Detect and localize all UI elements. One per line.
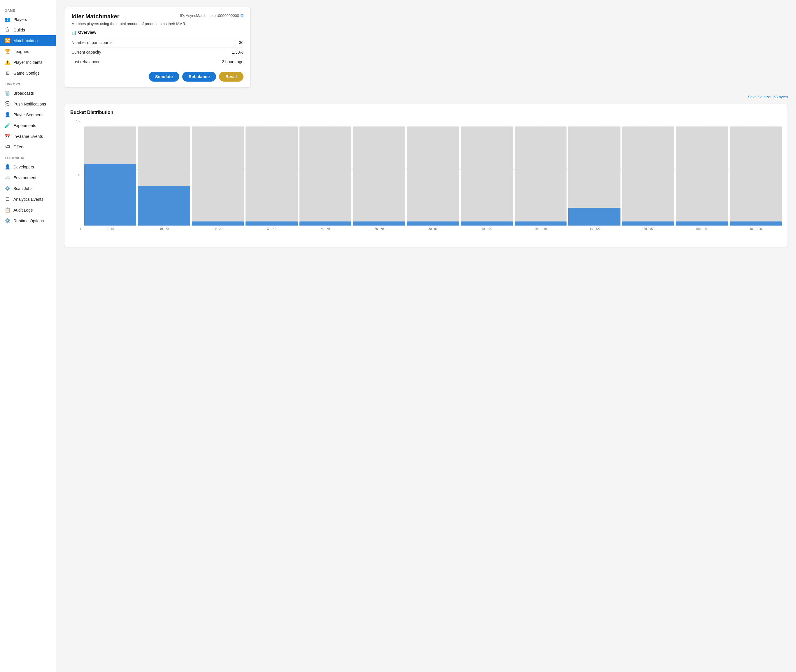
sidebar-label-scan-jobs: Scan Jobs — [13, 186, 32, 191]
sidebar-section-game: Game — [0, 5, 56, 14]
y-axis: 100 10 1 — [70, 120, 83, 230]
sidebar-icon-players: 👥 — [5, 17, 11, 22]
bar-label: 90 - 100 — [481, 227, 492, 230]
copy-id-icon[interactable]: ⧉ — [241, 13, 244, 18]
simulate-button[interactable]: Simulate — [149, 72, 179, 82]
bar-background — [192, 126, 244, 226]
sidebar-icon-guilds: 🏛 — [5, 27, 11, 33]
sidebar-label-game-configs: Game Configs — [13, 71, 39, 75]
reset-button[interactable]: Reset — [219, 72, 244, 82]
sidebar-item-environment[interactable]: ☁️ Environment — [0, 172, 56, 183]
sidebar: Game 👥 Players 🏛 Guilds 🔀 Matchmaking 🏆 … — [0, 0, 56, 672]
bar-group: 10 - 20 — [192, 126, 244, 230]
bar-foreground — [622, 221, 674, 226]
sidebar-label-guilds: Guilds — [13, 28, 25, 32]
bar-label: 110 - 120 — [588, 227, 600, 230]
sidebar-icon-player-incidents: ⚠️ — [5, 59, 11, 65]
bar-group: 10 - 20 — [138, 126, 190, 230]
sidebar-label-players: Players — [13, 17, 27, 22]
overview-row-label: Last rebalanced — [71, 59, 101, 64]
sidebar-item-audit-logs[interactable]: 📋 Audit Logs — [0, 205, 56, 215]
bar-background — [353, 126, 405, 226]
sidebar-item-analytics-events[interactable]: ☰ Analytics Events — [0, 194, 56, 205]
sidebar-item-developers[interactable]: 👤 Developers — [0, 162, 56, 172]
sidebar-item-offers[interactable]: 🏷 Offers — [0, 142, 56, 152]
bar-label: 0 - 10 — [106, 227, 114, 230]
bar-foreground — [246, 221, 297, 226]
y-label-100: 100 — [76, 120, 81, 123]
sidebar-label-developers: Developers — [13, 165, 34, 169]
sidebar-item-runtime-options[interactable]: ⚙️ Runtime Options — [0, 215, 56, 226]
sidebar-item-in-game-events[interactable]: 📅 In-Game Events — [0, 131, 56, 142]
bar-foreground — [515, 221, 567, 226]
y-label-1: 1 — [80, 227, 81, 230]
bar-group: 150 - 160 — [676, 126, 728, 230]
bar-foreground — [407, 221, 459, 226]
matchmaker-info-card: Idler Matchmaker ID: AsyncMatchmaker:000… — [64, 7, 251, 88]
bar-background — [461, 126, 513, 226]
sidebar-item-guilds[interactable]: 🏛 Guilds — [0, 25, 56, 35]
sidebar-label-broadcasts: Broadcasts — [13, 91, 34, 96]
bar-foreground — [568, 208, 620, 226]
bar-foreground — [353, 221, 405, 226]
rebalance-button[interactable]: Rebalance — [182, 72, 217, 82]
bar-foreground — [192, 221, 244, 226]
bar-background — [246, 126, 297, 226]
sidebar-label-in-game-events: In-Game Events — [13, 134, 43, 139]
sidebar-item-player-incidents[interactable]: ⚠️ Player Incidents — [0, 57, 56, 67]
save-file-size: Save file size: 63 bytes — [64, 95, 788, 99]
bar-group: 80 - 90 — [407, 126, 459, 230]
bar-foreground — [299, 221, 351, 226]
sidebar-icon-game-configs: ⊞ — [5, 70, 11, 76]
sidebar-icon-leagues: 🏆 — [5, 49, 11, 54]
y-label-10: 10 — [78, 174, 81, 177]
sidebar-item-experiments[interactable]: 🧪 Experiments — [0, 120, 56, 131]
bar-label: 100 - 110 — [534, 227, 547, 230]
overview-row: Current capacity 1.38% — [71, 47, 244, 57]
sidebar-icon-runtime-options: ⚙️ — [5, 218, 11, 224]
bar-label: 180 - 190 — [749, 227, 762, 230]
sidebar-item-push-notifications[interactable]: 💬 Push Notifications — [0, 99, 56, 109]
sidebar-item-game-configs[interactable]: ⊞ Game Configs — [0, 67, 56, 78]
overview-row-value: 2 hours ago — [222, 59, 244, 64]
overview-row: Number of participants 36 — [71, 38, 244, 47]
sidebar-icon-offers: 🏷 — [5, 144, 11, 149]
overview-row-label: Number of participants — [71, 40, 112, 45]
sidebar-icon-broadcasts: 📡 — [5, 90, 11, 96]
overview-row-value: 36 — [239, 40, 244, 45]
sidebar-label-environment: Environment — [13, 176, 37, 180]
sidebar-item-scan-jobs[interactable]: ⚙️ Scan Jobs — [0, 183, 56, 194]
sidebar-item-players[interactable]: 👥 Players — [0, 14, 56, 25]
bar-background — [730, 126, 782, 226]
sidebar-label-analytics-events: Analytics Events — [13, 197, 43, 202]
main-content: Idler Matchmaker ID: AsyncMatchmaker:000… — [56, 0, 796, 672]
sidebar-label-matchmaking: Matchmaking — [13, 38, 38, 43]
sidebar-item-matchmaking[interactable]: 🔀 Matchmaking — [0, 35, 56, 46]
bar-background — [407, 126, 459, 226]
bar-group: 180 - 190 — [730, 126, 782, 230]
bar-group: 0 - 10 — [84, 126, 136, 230]
bar-background — [515, 126, 567, 226]
sidebar-item-player-segments[interactable]: 👤 Player Segments — [0, 109, 56, 120]
sidebar-label-offers: Offers — [13, 144, 24, 149]
bar-foreground — [138, 186, 190, 226]
sidebar-item-leagues[interactable]: 🏆 Leagues — [0, 46, 56, 57]
overview-chart-icon: 📊 — [71, 30, 76, 35]
bar-label: 60 - 70 — [375, 227, 384, 230]
sidebar-icon-analytics-events: ☰ — [5, 197, 11, 202]
bar-foreground — [84, 164, 136, 226]
bar-label: 40 - 50 — [321, 227, 330, 230]
overview-row-value: 1.38% — [232, 50, 244, 54]
sidebar-label-player-segments: Player Segments — [13, 112, 45, 117]
sidebar-item-broadcasts[interactable]: 📡 Broadcasts — [0, 88, 56, 99]
sidebar-icon-scan-jobs: ⚙️ — [5, 186, 11, 191]
sidebar-label-experiments: Experiments — [13, 123, 36, 128]
sidebar-icon-audit-logs: 📋 — [5, 207, 11, 213]
sidebar-icon-push-notifications: 💬 — [5, 101, 11, 107]
bar-foreground — [676, 221, 728, 226]
save-file-value: 63 bytes — [774, 95, 788, 99]
matchmaker-description: Matches players using their total amount… — [71, 22, 244, 26]
bar-group: 40 - 50 — [299, 126, 351, 230]
bar-group: 30 - 40 — [246, 126, 297, 230]
bar-label: 140 - 150 — [642, 227, 654, 230]
